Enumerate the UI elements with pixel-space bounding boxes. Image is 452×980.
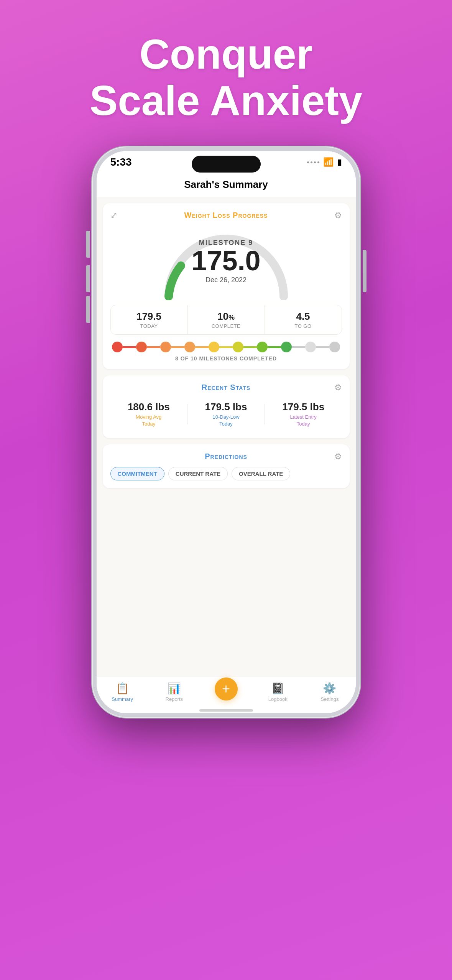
wifi-icon: 📶 [323, 157, 334, 167]
recent-stats-row: 180.6 lbs Moving AvgToday 179.5 lbs 10-D… [110, 395, 342, 431]
milestone-line-7 [268, 346, 281, 348]
add-circle[interactable]: + [215, 677, 238, 700]
tab-summary[interactable]: 📋 Summary [97, 677, 148, 707]
stat-complete-label: COMPLETE [191, 323, 261, 329]
phone-inner: 5:33 📶 ▮ Sarah's Summary [97, 151, 356, 713]
latest-entry-label: Latest EntryToday [265, 414, 342, 428]
ten-day-low-value: 179.5 lbs [187, 401, 265, 413]
milestone-line-8 [292, 346, 305, 348]
dynamic-island [192, 156, 261, 173]
scroll-area: ⤢ Weight Loss Progress ⚙ MILE [97, 197, 356, 677]
hero-line1: Conquer [139, 30, 312, 77]
milestone-dot-9 [305, 342, 316, 352]
stat-today: 179.5 TODAY [111, 305, 188, 334]
settings-icon: ⚙️ [323, 682, 336, 695]
milestone-dot-8 [281, 342, 292, 352]
card-header-weight: ⤢ Weight Loss Progress ⚙ [110, 211, 342, 220]
milestone-date: Dec 26, 2022 [191, 276, 260, 284]
milestone-dot-6 [233, 342, 243, 352]
recent-stat-low: 179.5 lbs 10-Day-LowToday [187, 401, 265, 428]
card-header-recent: Recent Stats ⚙ [110, 383, 342, 392]
stat-complete: 10% COMPLETE [188, 305, 265, 334]
stat-today-label: TODAY [114, 323, 184, 329]
gauge-center: MILESTONE 9 175.0 Dec 26, 2022 [191, 239, 260, 284]
plus-icon: + [222, 681, 230, 697]
card-header-predictions: Predictions ⚙ [110, 452, 342, 461]
milestone-line-1 [123, 346, 136, 348]
ten-day-low-label: 10-Day-LowToday [187, 414, 265, 428]
milestone-line-4 [195, 346, 209, 348]
stat-today-value: 179.5 [114, 311, 184, 322]
milestone-line-6 [243, 346, 257, 348]
reports-label: Reports [166, 696, 183, 702]
gauge-container: MILESTONE 9 175.0 Dec 26, 2022 [110, 224, 342, 300]
tab-current-rate[interactable]: CURRENT RATE [168, 467, 228, 480]
milestone-dot-3 [160, 342, 171, 352]
milestone-line-9 [316, 346, 329, 348]
settings-label: Settings [321, 696, 339, 702]
battery-icon: ▮ [337, 157, 342, 167]
status-icons: 📶 ▮ [307, 157, 342, 167]
weight-loss-title: Weight Loss Progress [184, 211, 268, 220]
settings-icon-predictions[interactable]: ⚙ [334, 452, 342, 462]
moving-avg-label: Moving AvgToday [110, 414, 187, 428]
recent-stat-latest: 179.5 lbs Latest EntryToday [265, 401, 342, 428]
milestone-dots [112, 342, 340, 352]
milestone-dot-1 [112, 342, 123, 352]
hero-title: Conquer Scale Anxiety [90, 31, 362, 123]
screen-content: Sarah's Summary ⤢ Weight Loss Progress ⚙ [97, 173, 356, 713]
tab-overall-rate[interactable]: OVERALL RATE [232, 467, 290, 480]
milestone-dot-2 [136, 342, 147, 352]
stat-togo: 4.5 TO GO [265, 305, 342, 334]
milestone-line-2 [147, 346, 160, 348]
predictions-card: Predictions ⚙ COMMITMENT CURRENT RATE OV… [103, 444, 350, 488]
expand-icon[interactable]: ⤢ [110, 210, 117, 220]
recent-stat-moving-avg: 180.6 lbs Moving AvgToday [110, 401, 187, 428]
latest-entry-value: 179.5 lbs [265, 401, 342, 413]
tab-commitment[interactable]: COMMITMENT [110, 467, 164, 480]
tab-settings[interactable]: ⚙️ Settings [304, 677, 355, 707]
milestone-dot-7 [257, 342, 268, 352]
reports-icon: 📊 [168, 682, 181, 695]
hero-line2: Scale Anxiety [90, 77, 362, 124]
tab-add[interactable]: + [200, 677, 252, 707]
settings-icon-weight[interactable]: ⚙ [334, 210, 342, 220]
milestone-dot-5 [209, 342, 219, 352]
milestone-line-5 [219, 346, 233, 348]
summary-icon: 📋 [116, 682, 129, 695]
status-bar: 5:33 📶 ▮ [97, 151, 356, 173]
logbook-label: Logbook [268, 696, 288, 702]
tab-bar: 📋 Summary 📊 Reports + 📓 Logbook [97, 677, 356, 713]
summary-label: Summary [112, 696, 133, 702]
logbook-icon: 📓 [271, 682, 284, 695]
milestone-dot-4 [184, 342, 195, 352]
stat-togo-label: TO GO [268, 323, 339, 329]
home-indicator [199, 709, 253, 712]
stats-row: 179.5 TODAY 10% COMPLETE 4.5 TO GO [110, 305, 342, 335]
milestone-dot-10 [329, 342, 340, 352]
tab-logbook[interactable]: 📓 Logbook [252, 677, 304, 707]
milestone-bar: 8 OF 10 MILESTONES COMPLETED [110, 342, 342, 362]
nav-title: Sarah's Summary [97, 173, 356, 197]
weight-loss-card: ⤢ Weight Loss Progress ⚙ MILE [103, 203, 350, 369]
signal-icon [307, 161, 319, 163]
stat-togo-value: 4.5 [268, 311, 339, 322]
phone-shell: 5:33 📶 ▮ Sarah's Summary [92, 146, 360, 718]
milestone-value: 175.0 [191, 247, 260, 275]
milestones-text: 8 OF 10 MILESTONES COMPLETED [112, 355, 340, 362]
recent-stats-card: Recent Stats ⚙ 180.6 lbs Moving AvgToday… [103, 375, 350, 438]
stat-complete-value: 10% [191, 311, 261, 322]
settings-icon-recent[interactable]: ⚙ [334, 383, 342, 393]
tab-reports[interactable]: 📊 Reports [148, 677, 200, 707]
predictions-tabs: COMMITMENT CURRENT RATE OVERALL RATE [110, 467, 342, 480]
predictions-title: Predictions [205, 452, 247, 461]
milestone-line-3 [171, 346, 184, 348]
recent-stats-title: Recent Stats [202, 383, 250, 392]
moving-avg-value: 180.6 lbs [110, 401, 187, 413]
status-time: 5:33 [110, 156, 132, 168]
